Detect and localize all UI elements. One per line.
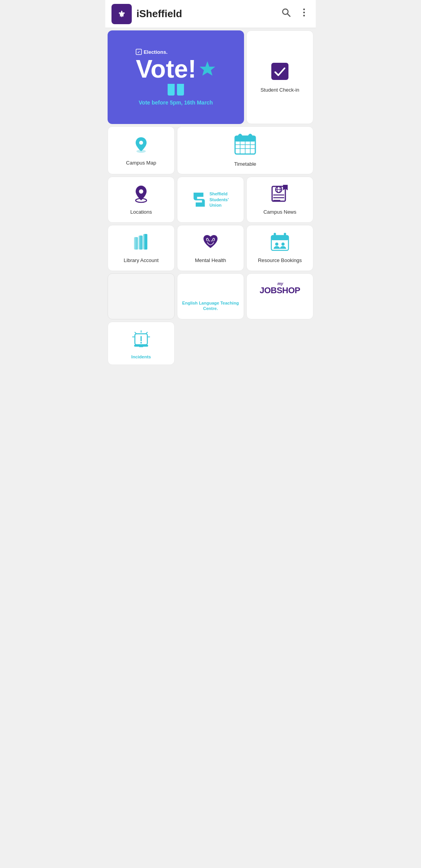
- campus-news-label: Campus News: [264, 209, 297, 216]
- check-icon: [270, 61, 290, 83]
- svg-point-6: [303, 15, 305, 16]
- locations-label: Locations: [130, 209, 152, 216]
- svg-line-3: [288, 14, 290, 17]
- svg-text:⚜: ⚜: [118, 9, 126, 19]
- vote-text: Vote!: [136, 57, 216, 81]
- svg-point-44: [274, 233, 276, 235]
- timetable-label: Timetable: [234, 161, 256, 168]
- elections-label: ✓ Elections.: [136, 49, 216, 55]
- svg-line-49: [135, 332, 136, 333]
- campus-map-label: Campus Map: [126, 160, 156, 167]
- svg-point-46: [275, 243, 278, 246]
- svg-point-55: [140, 342, 142, 344]
- resource-bookings-icon: [270, 232, 290, 253]
- myjobshop-icon: my JOBSHOP: [260, 282, 300, 296]
- hero-content: ✓ Elections. Vote! Vote before 5pm, 16th…: [128, 41, 223, 113]
- timetable-icon: [233, 133, 257, 157]
- hero-subtext: Vote before 5pm, 16th March: [136, 99, 216, 106]
- svg-point-5: [303, 12, 305, 13]
- timetable-tile[interactable]: Timetable: [177, 126, 313, 174]
- campus-map-tile[interactable]: Campus Map: [108, 126, 175, 174]
- campus-news-icon: [270, 183, 290, 205]
- svg-rect-10: [271, 63, 288, 80]
- svg-point-4: [303, 9, 305, 10]
- vote-ribbon: [136, 84, 216, 96]
- library-account-tile[interactable]: Library Account: [108, 225, 175, 271]
- hero-elections-tile[interactable]: ✓ Elections. Vote! Vote before 5pm, 16th…: [108, 30, 244, 124]
- mental-health-icon: [200, 232, 221, 253]
- svg-rect-14: [235, 136, 255, 142]
- mental-health-tile[interactable]: Mental Health: [177, 225, 244, 271]
- svg-point-17: [239, 134, 241, 136]
- ssu-logo: Sheffield Students' Union: [192, 190, 229, 209]
- library-account-icon: [131, 232, 151, 253]
- svg-point-18: [249, 134, 251, 136]
- resource-bookings-tile[interactable]: Resource Bookings: [246, 225, 313, 271]
- incidents-tile[interactable]: Incidents: [108, 322, 175, 365]
- app-header: ⚜ iSheffield: [105, 0, 316, 28]
- svg-rect-41: [271, 236, 288, 240]
- mental-health-label: Mental Health: [195, 257, 226, 264]
- library-account-label: Library Account: [124, 257, 159, 264]
- svg-point-25: [139, 190, 143, 194]
- campus-news-tile[interactable]: Campus News: [246, 177, 313, 223]
- locations-tile[interactable]: Locations: [108, 177, 175, 223]
- myjobshop-tile[interactable]: my JOBSHOP: [246, 273, 313, 319]
- locations-icon: [131, 183, 151, 205]
- header-actions: [281, 7, 310, 21]
- incidents-icon: [131, 330, 151, 351]
- svg-marker-9: [200, 61, 215, 76]
- app-title: iSheffield: [136, 8, 281, 20]
- resource-bookings-label: Resource Bookings: [258, 257, 302, 264]
- app-logo: ⚜: [111, 4, 132, 24]
- eltc-tile[interactable]: English Language Teaching Centre.: [177, 273, 244, 319]
- svg-point-45: [284, 233, 286, 235]
- sheffield-students-union-tile[interactable]: Sheffield Students' Union: [177, 177, 244, 223]
- more-options-icon[interactable]: [299, 7, 310, 21]
- svg-text:✓: ✓: [137, 50, 140, 54]
- student-check-in-label: Student Check-in: [260, 87, 299, 94]
- incidents-label: Incidents: [131, 354, 151, 360]
- empty-tile: [108, 273, 175, 319]
- main-grid: ✓ Elections. Vote! Vote before 5pm, 16th…: [105, 28, 316, 367]
- svg-line-50: [146, 332, 147, 333]
- search-icon[interactable]: [281, 7, 292, 21]
- eltc-label: English Language Teaching Centre.: [180, 300, 241, 312]
- svg-point-12: [139, 141, 143, 145]
- svg-point-47: [281, 243, 285, 246]
- campus-map-icon: [131, 134, 151, 156]
- student-check-in-tile[interactable]: Student Check-in: [246, 30, 313, 124]
